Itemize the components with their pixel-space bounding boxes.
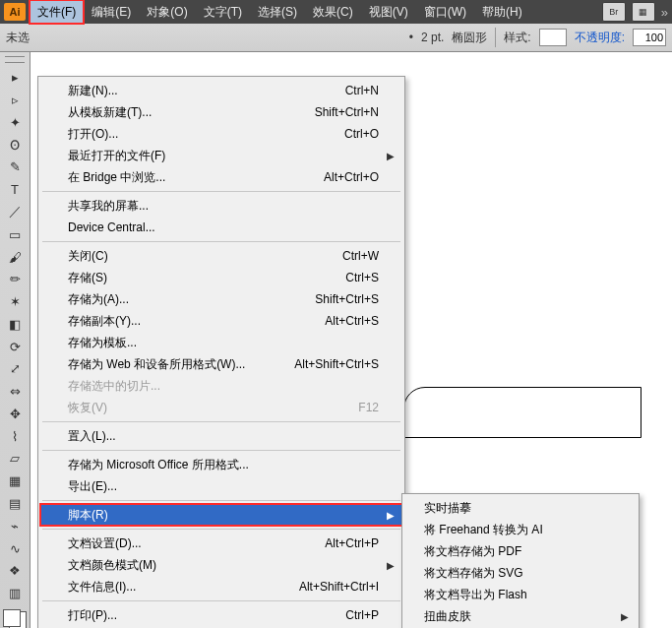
- stroke-profile[interactable]: 椭圆形: [452, 30, 487, 46]
- menu-item-label: 恢复(V): [68, 400, 107, 416]
- tool-blend[interactable]: ∿: [3, 538, 27, 558]
- overflow-chevrons[interactable]: »: [661, 5, 668, 20]
- opacity-input[interactable]: [633, 29, 666, 46]
- file-menu-dropdown: 新建(N)...Ctrl+N从模板新建(T)...Shift+Ctrl+N打开(…: [37, 76, 405, 628]
- menu-effect[interactable]: 效果(C): [305, 0, 361, 24]
- submenu-arrow-icon: ▶: [387, 560, 395, 571]
- tool-width[interactable]: ⇔: [3, 382, 27, 402]
- menu-item[interactable]: 将文档导出为 Flash: [404, 584, 637, 605]
- menu-item-label: Device Central...: [68, 220, 155, 234]
- menu-item: 恢复(V)F12: [40, 397, 402, 418]
- separator: [495, 28, 496, 47]
- submenu-arrow-icon: ▶: [387, 510, 395, 521]
- tool-pencil[interactable]: ✏: [3, 270, 27, 289]
- canvas-shape-rect: [403, 387, 641, 438]
- tool-shape[interactable]: ⌇: [3, 426, 27, 446]
- menu-item[interactable]: 共享我的屏幕...: [40, 195, 402, 217]
- menu-item-label: 共享我的屏幕...: [68, 198, 149, 215]
- selection-status: 未选: [6, 30, 30, 46]
- tool-lasso[interactable]: ʘ: [3, 135, 27, 155]
- tool-gradient[interactable]: ▤: [3, 494, 27, 514]
- menu-item[interactable]: 实时描摹: [404, 497, 637, 519]
- tool-pen[interactable]: ✎: [3, 157, 27, 177]
- menu-separator: [42, 241, 400, 242]
- menu-item-label: 关闭(C): [68, 248, 108, 265]
- tool-eyedrop[interactable]: ⌁: [3, 516, 27, 535]
- menu-item[interactable]: 打开(O)...Ctrl+O: [40, 123, 402, 145]
- menu-item-shortcut: Shift+Ctrl+N: [315, 105, 379, 119]
- arrange-grid-button[interactable]: ▦: [632, 2, 655, 22]
- menu-separator: [42, 500, 400, 501]
- tool-blob[interactable]: ✶: [3, 292, 27, 312]
- app-logo: Ai: [4, 3, 26, 21]
- tool-direct[interactable]: ▹: [3, 91, 27, 110]
- tool-graph[interactable]: ▥: [3, 584, 27, 603]
- menu-item[interactable]: 最近打开的文件(F)▶: [40, 145, 402, 166]
- tool-eraser[interactable]: ◧: [3, 315, 27, 335]
- menu-select[interactable]: 选择(S): [250, 0, 305, 24]
- menu-item[interactable]: 将文档存储为 SVG: [404, 562, 637, 584]
- fill-stroke-swatches[interactable]: [3, 609, 27, 628]
- menu-item[interactable]: 脚本(R)▶: [40, 504, 402, 526]
- submenu-arrow-icon: ▶: [621, 611, 629, 622]
- menu-item[interactable]: 存储为 Web 和设备所用格式(W)...Alt+Shift+Ctrl+S: [40, 353, 402, 375]
- menu-item-shortcut: Alt+Ctrl+O: [324, 170, 379, 184]
- menu-item[interactable]: 存储(S)Ctrl+S: [40, 267, 402, 288]
- menu-item[interactable]: 文件信息(I)...Alt+Shift+Ctrl+I: [40, 576, 402, 597]
- bullet-icon: •: [409, 31, 413, 44]
- tool-rotate[interactable]: ⟳: [3, 337, 27, 356]
- menu-item[interactable]: 从模板新建(T)...Shift+Ctrl+N: [40, 101, 402, 123]
- opacity-label[interactable]: 不透明度:: [575, 30, 625, 46]
- tool-rect[interactable]: ▭: [3, 224, 27, 244]
- menu-item[interactable]: 置入(L)...: [40, 425, 402, 447]
- toolbox-grip[interactable]: [5, 56, 25, 63]
- menu-item[interactable]: Device Central...: [40, 217, 402, 238]
- menu-item[interactable]: 存储为(A)...Shift+Ctrl+S: [40, 288, 402, 310]
- tool-perspective[interactable]: ▱: [3, 449, 27, 469]
- tool-mesh[interactable]: ▦: [3, 471, 27, 491]
- menu-item-shortcut: Alt+Shift+Ctrl+S: [294, 357, 379, 371]
- menu-help[interactable]: 帮助(H): [474, 0, 530, 24]
- tool-sel[interactable]: ▸: [3, 68, 27, 88]
- menu-item[interactable]: 扭曲皮肤▶: [404, 605, 637, 627]
- menu-item[interactable]: 新建(N)...Ctrl+N: [40, 80, 402, 101]
- menu-view[interactable]: 视图(V): [361, 0, 416, 24]
- menu-item-label: 存储副本(Y)...: [68, 313, 141, 330]
- menu-item[interactable]: 将 Freehand 转换为 AI: [404, 519, 637, 540]
- tool-brush[interactable]: 🖌: [3, 247, 27, 267]
- menu-item[interactable]: 文档设置(D)...Alt+Ctrl+P: [40, 533, 402, 554]
- style-swatch[interactable]: [539, 29, 567, 46]
- tool-free[interactable]: ✥: [3, 405, 27, 424]
- menu-item-shortcut: Alt+Ctrl+S: [325, 314, 379, 328]
- tool-symbol[interactable]: ❖: [3, 561, 27, 581]
- menu-item[interactable]: 存储副本(Y)...Alt+Ctrl+S: [40, 310, 402, 332]
- tool-scale[interactable]: ⤢: [3, 359, 27, 379]
- menu-item[interactable]: 关闭(C)Ctrl+W: [40, 245, 402, 267]
- menu-item[interactable]: 存储为 Microsoft Office 所用格式...: [40, 454, 402, 475]
- menu-type[interactable]: 文字(T): [196, 0, 250, 24]
- menu-item[interactable]: 将文档存储为 PDF: [404, 540, 637, 562]
- stroke-value[interactable]: 2 pt.: [421, 31, 444, 44]
- workspace: ▸▹✦ʘ✎T／▭🖌✏✶◧⟳⤢⇔✥⌇▱▦▤⌁∿❖▥ 新建(N)...Ctrl+N从…: [0, 52, 672, 628]
- menu-edit[interactable]: 编辑(E): [84, 0, 139, 24]
- control-toolbar: 未选 • 2 pt. 椭圆形 样式: 不透明度:: [0, 24, 672, 52]
- toolbox: ▸▹✦ʘ✎T／▭🖌✏✶◧⟳⤢⇔✥⌇▱▦▤⌁∿❖▥: [0, 52, 31, 628]
- menu-item-label: 将 Freehand 转换为 AI: [424, 522, 543, 538]
- menu-item-shortcut: Ctrl+P: [345, 608, 379, 622]
- script-submenu: 实时描摹将 Freehand 转换为 AI将文档存储为 PDF将文档存储为 SV…: [401, 493, 640, 628]
- menu-item[interactable]: 在 Bridge 中浏览...Alt+Ctrl+O: [40, 166, 402, 188]
- tool-wand[interactable]: ✦: [3, 112, 27, 132]
- menu-separator: [42, 450, 400, 451]
- tool-line[interactable]: ／: [3, 202, 27, 221]
- menu-item[interactable]: 导出(E)...: [40, 475, 402, 497]
- menu-item[interactable]: 存储为模板...: [40, 332, 402, 353]
- menu-item-shortcut: Ctrl+S: [345, 271, 379, 284]
- bridge-button[interactable]: Br: [602, 2, 626, 22]
- menu-file[interactable]: 文件(F): [30, 0, 84, 24]
- menu-object[interactable]: 对象(O): [139, 0, 195, 24]
- menu-window[interactable]: 窗口(W): [416, 0, 474, 24]
- menu-item[interactable]: 文档颜色模式(M)▶: [40, 554, 402, 576]
- menu-item[interactable]: 打印(P)...Ctrl+P: [40, 604, 402, 626]
- tool-type[interactable]: T: [3, 180, 27, 200]
- menu-separator: [42, 600, 400, 601]
